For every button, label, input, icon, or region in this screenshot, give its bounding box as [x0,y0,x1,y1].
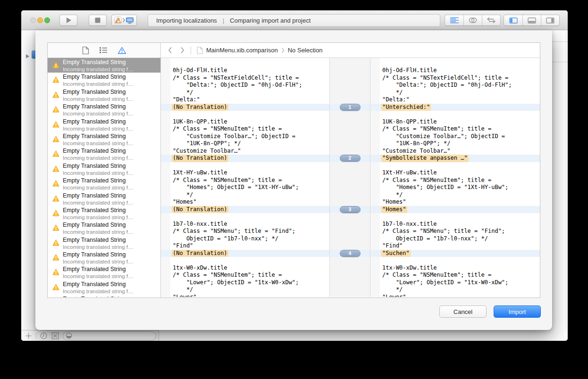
zoom-button[interactable] [44,17,50,23]
diff-row: "Lower""Lower" [161,294,540,297]
filter-input[interactable] [63,331,156,340]
scheme-device-icon [126,17,134,24]
diff-badge-cell [329,286,370,294]
issue-list-item[interactable]: Empty Translated StringIncoming translat… [48,176,160,191]
stop-button[interactable] [89,15,107,26]
issue-list-item[interactable]: Empty Translated StringIncoming translat… [48,147,160,161]
diff-right-code: 0hj-Od-FlH.title [370,67,540,74]
diff-badge-cell [329,89,370,97]
list-icon[interactable] [99,47,108,54]
issue-title: Empty Translated String [63,206,134,214]
issue-list-item[interactable]: Empty Translated StringIncoming translat… [48,250,160,265]
diff-right-code [370,213,540,221]
diff-left-code: (No Translation) [161,155,329,162]
diff-row: (No Translation)2"Symbolleiste anpassen … [161,155,540,162]
issue-list-item[interactable]: Empty Translated StringIncoming translat… [48,88,160,102]
diff-badge-cell: 2 [329,155,370,162]
diff-left-code: 1UK-8n-QPP.title [161,118,329,126]
diff-badge-cell [329,177,370,184]
issue-list-item[interactable]: Empty Translated StringIncoming translat… [48,191,160,206]
scheme-app-icon [114,16,122,24]
diff-row: */ */ [161,89,540,97]
change-number-badge[interactable]: 2 [340,155,361,162]
issue-list-item[interactable]: Empty Translated StringIncoming translat… [48,295,160,297]
diff-badge-cell [329,198,370,206]
jump-bar-selection[interactable]: No Selection [288,47,323,54]
navigator-panel-icon [509,17,518,24]
issue-subtitle: Incoming translated string f… [63,288,134,295]
warning-icon [52,91,59,98]
diff-right-code: /* Class = "NSMenuItem"; title = [370,272,540,279]
warning-icon [52,76,59,83]
forward-button[interactable] [180,47,185,54]
diff-badge-cell [329,191,370,199]
diff-row [161,162,540,170]
diff-row: */ */ [161,191,540,199]
issue-title: Empty Translated String [63,162,134,170]
diff-row [161,213,540,221]
debug-area-toggle[interactable] [522,15,541,25]
standard-editor-button[interactable] [445,15,463,25]
diff-badge-cell [329,118,370,126]
disclosure-triangle[interactable] [25,52,30,61]
close-button[interactable] [30,17,36,23]
version-editor-button[interactable] [482,15,500,25]
diff-row: 1tx-W0-xDw.title1tx-W0-xDw.title [161,264,540,272]
recent-files-clock-icon[interactable] [40,332,47,339]
issue-list-item[interactable]: Empty Translated StringIncoming translat… [48,236,160,250]
diff-left-code: /* Class = "NSMenuItem"; title = [161,125,329,133]
diff-right-code: "Customize Toolbar…" [370,148,540,155]
diff-row: /* Class = "NSMenu"; title = "Find";/* C… [161,228,540,235]
diff-badge-cell [329,140,370,148]
diff-row: 1Xt-HY-uBw.title1Xt-HY-uBw.title [161,169,540,177]
issue-list-item[interactable]: Empty Translated StringIncoming translat… [48,117,160,132]
import-button[interactable]: Import [494,305,541,318]
issue-list-item[interactable]: Empty Translated StringIncoming translat… [48,280,160,295]
issue-list-item[interactable]: Empty Translated StringIncoming translat… [48,58,160,73]
diff-row: /* Class = "NSMenuItem"; title =/* Class… [161,177,540,184]
issue-subtitle: Incoming translated string f… [63,125,134,132]
scheme-selector[interactable] [111,15,137,26]
change-number-badge[interactable]: 4 [340,250,361,257]
warning-tab-icon[interactable] [118,47,126,54]
add-button[interactable] [25,333,32,339]
navigator-panel-toggle[interactable] [504,15,522,25]
issue-list-item[interactable]: Empty Translated StringIncoming translat… [48,73,160,87]
jump-bar: MainMenu.xib.comparison No Selection [161,43,540,58]
cancel-button[interactable]: Cancel [439,305,487,318]
jump-bar-file[interactable]: MainMenu.xib.comparison [206,47,278,54]
change-number-badge[interactable]: 3 [340,206,361,213]
inspector-panel-toggle[interactable] [541,15,559,25]
diff-badge-cell [329,74,370,82]
issue-list-item[interactable]: Empty Translated StringIncoming translat… [48,221,160,235]
diff-row: "Delta:""Delta:" [161,96,540,104]
diff-left-code [161,257,329,264]
issue-list-item[interactable]: Empty Translated StringIncoming translat… [48,162,160,176]
back-button[interactable] [168,47,172,54]
flatten-box-icon[interactable] [51,332,59,339]
issue-list-item[interactable]: Empty Translated StringIncoming translat… [48,265,160,280]
warning-icon [52,165,59,172]
xcode-window: Importing localizations | Comparing impo… [21,10,568,341]
diff-badge-cell [329,148,370,155]
diff-badge-cell [329,213,370,221]
issue-list-item[interactable]: Empty Translated StringIncoming translat… [48,132,160,147]
diff-left-code: "Lower" [161,294,329,297]
assistant-editor-button[interactable] [463,15,482,25]
diff-badge-cell: 4 [329,250,370,257]
diff-left-code: */ [161,89,329,97]
file-icon[interactable] [82,46,89,55]
run-button[interactable] [59,15,77,26]
change-number-badge[interactable]: 1 [340,104,361,111]
warning-icon [52,239,59,246]
minimize-button[interactable] [37,17,43,23]
issue-list-item[interactable]: Empty Translated StringIncoming translat… [48,102,160,117]
diff-right-code: /* Class = "NSMenuItem"; title = [370,177,540,184]
issue-list-item[interactable]: Empty Translated StringIncoming translat… [48,206,160,221]
diff-left-code: (No Translation) [161,206,329,214]
issue-subtitle: Incoming translated string f… [63,258,134,265]
diff-badge-cell [329,242,370,250]
issue-subtitle: Incoming translated string f… [63,140,134,147]
diff-row: /* Class = "NSMenuItem"; title =/* Class… [161,272,540,279]
diff-left-code: /* Class = "NSMenuItem"; title = [161,272,329,279]
